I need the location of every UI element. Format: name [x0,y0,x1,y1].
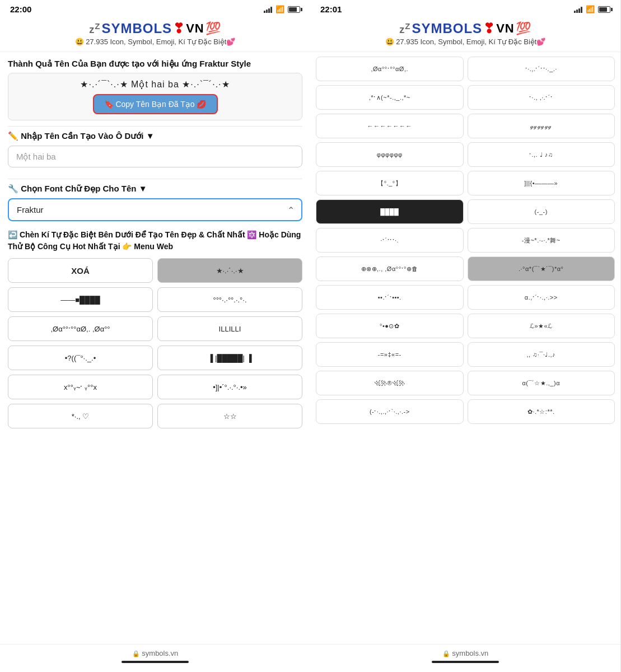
domain-left: symbols.vn [142,649,178,657]
sym-card-23[interactable]: α(¯´☆★.,_)α [468,371,615,395]
sym-card-14[interactable]: ⊕⊗⊕,., ,Øα°°ˑ°⊕🗑 [316,256,464,281]
time-right: 22:01 [320,4,342,14]
sym-card-10[interactable]: ████ [316,199,464,224]
result-section-title: Thành Quả Tên Của Bạn được tạo với hiệu … [8,58,302,69]
vn-text: VN [186,21,204,36]
header-title-right: zZ SYMBOLS ❣ VN 💯 [316,21,615,36]
symbol-btn-5[interactable]: ILLILLI [157,316,302,341]
symbols-grid-left: XOÁ ★·.·´·.·★ ——■████ °°°·.·°°.·.°·. ,Øα… [8,258,302,428]
sym-card-25[interactable]: ✿·.*☆:**. [468,399,615,424]
sym-card-22[interactable]: ꧁꧂®꧁꧂ [316,371,464,395]
hundred-emoji-right: 💯 [516,21,531,36]
time-left: 22:00 [10,4,31,14]
symbol-btn-6[interactable]: •?((¯°·._.• [8,346,153,370]
phones-container: 22:00 📶 zZ SYMBOLS ❣ VN 💯 [0,0,621,672]
zz-icon-right: zZ [399,21,410,36]
divider-1 [8,126,302,127]
sym-card-3[interactable]: ˑ·., ,·.ˑ´ˑ [468,85,615,110]
home-indicator-left[interactable] [122,661,189,663]
symbol-btn-7[interactable]: ▐ |█████| ▐ [157,346,302,370]
domain-right: symbols.vn [452,649,488,657]
font-section-label: 🔧 Chọn Font Chữ Đẹp Cho Tên ▼ [8,184,302,194]
sym-card-9[interactable]: ]||{•———» [468,171,615,195]
symbols-grid-right: ,Øα°°ˑ°°αØ,. ˑ·.,.ˑ´ˑˑ·._.· ,*ˑ∧(~*-.,_.… [316,57,615,424]
lock-icon-right: 🔒 [442,650,450,657]
sym-card-21[interactable]: ,, ♫·¯·♩.,♪ [468,342,615,367]
font-select-wrapper: Fraktur ⌃ [8,198,302,221]
status-icons-left: 📶 [264,5,300,13]
status-bar-left: 22:00 📶 [0,0,310,16]
divider-2 [8,179,302,179]
symbol-btn-4[interactable]: ,Øα°°ˑ°°αØ,. ,Øα°° [8,316,153,341]
sym-card-6[interactable]: φφφφφφ [316,142,464,167]
sym-card-5[interactable]: ℊℊℊℊℊℊ [468,114,615,138]
heart-icon-right: ❣ [483,21,495,36]
symbol-btn-10[interactable]: *·., ♡ [8,404,153,428]
sym-card-2[interactable]: ,*ˑ∧(~*-.,_.,*~ [316,85,464,110]
heart-icon: ❣ [173,21,185,36]
input-label-text: ✏️ Nhập Tên Cần Tạo Vào Ô Dưới ▼ [8,131,155,141]
symbol-btn-8[interactable]: x°°ᵧ~ˑ ᵧ°°x [8,375,153,399]
name-input[interactable] [8,146,302,167]
bottom-bar-left: 🔒 symbols.vn [0,644,310,672]
status-icons-right: 📶 [574,5,610,13]
phone-left: 22:00 📶 zZ SYMBOLS ❣ VN 💯 [0,0,310,672]
hundred-emoji: 💯 [206,21,221,36]
phone-right: 22:01 📶 zZ SYMBOLS ❣ VN 💯 [310,0,620,672]
sym-card-20[interactable]: -=»‡«=- [316,342,464,367]
wifi-icon-left: 📶 [276,5,284,13]
sym-card-7[interactable]: ˑ.,. ♩ ♪♫ [468,142,615,167]
sym-card-18[interactable]: °•●⊙✿ [316,314,464,338]
sym-card-13[interactable]: -漫~*.·-·.*舞~ [468,228,615,253]
input-section-label: ✏️ Nhập Tên Cần Tạo Vào Ô Dưới ▼ [8,131,302,141]
symbol-btn-2[interactable]: ——■████ [8,287,153,312]
lock-icon-left: 🔒 [132,650,140,657]
sym-card-12[interactable]: ·ˑ´ˑˑˑ·. [316,228,464,253]
symbols-text: SYMBOLS [101,21,172,36]
symbols-text-right: SYMBOLS [412,21,482,36]
sym-card-15[interactable]: .·°α*(¯`★´¯)*α° [468,256,615,281]
delete-button[interactable]: XOÁ [8,258,153,283]
header-left: zZ SYMBOLS ❣ VN 💯 😃 27.935 Icon, Symbol,… [0,16,310,52]
battery-icon-right [598,6,610,13]
result-box: ★·.·´¯`·.·★ Một hai ba ★·.·`¯´·.·★ 🔖 Cop… [8,73,302,120]
sym-card-16[interactable]: ••.ˑ´ˑ•••. [316,285,464,310]
header-subtitle-left: 😃 27.935 Icon, Symbol, Emoji, Kí Tự Đặc … [6,38,305,46]
result-text: ★·.·´¯`·.·★ Một hai ba ★·.·`¯´·.·★ [15,79,295,90]
sym-card-8[interactable]: 【°._°】 [316,171,464,195]
symbol-btn-1[interactable]: ★·.·´·.·★ [157,258,302,283]
zz-icon: zZ [89,21,100,36]
sym-card-24[interactable]: (-ˑ·.,.,·ˑ`·.,·.-> [316,399,464,424]
symbol-btn-9[interactable]: •]|•´°.·.°·.•» [157,375,302,399]
sym-card-1[interactable]: ˑ·.,.ˑ´ˑˑ·._.· [468,57,615,81]
signal-icon-right [574,6,582,13]
header-subtitle-right: 😃 27.935 Icon, Symbol, Emoji, Kí Tự Đặc … [316,38,615,46]
font-label-text: 🔧 Chọn Font Chữ Đẹp Cho Tên ▼ [8,184,147,194]
sym-card-11[interactable]: (-_-) [468,199,615,224]
wifi-icon-right: 📶 [586,5,595,13]
sym-card-0[interactable]: ,Øα°°ˑ°°αØ,. [316,57,464,81]
header-title-left: zZ SYMBOLS ❣ VN 💯 [6,21,305,36]
sym-card-4[interactable]: ←←←←←←← [316,114,464,138]
content-right: ,Øα°°ˑ°°αØ,. ˑ·.,.ˑ´ˑˑ·._.· ,*ˑ∧(~*-.,_.… [310,52,620,644]
sym-card-17[interactable]: α.,ˑ´ˑ·.,·.>> [468,285,615,310]
font-select[interactable]: Fraktur [8,198,302,221]
status-bar-right: 22:01 📶 [310,0,620,16]
battery-icon-left [288,6,300,13]
copy-button[interactable]: 🔖 Copy Tên Bạn Đã Tạo 💋 [93,94,218,114]
vn-text-right: VN [496,21,515,36]
home-indicator-right[interactable] [432,661,499,663]
symbol-btn-11[interactable]: ☆☆ [157,404,302,428]
signal-icon-left [264,6,272,13]
content-left: Thành Quả Tên Của Bạn được tạo với hiệu … [0,52,310,644]
symbol-btn-3[interactable]: °°°·.·°°.·.°·. [157,287,302,312]
special-chars-section: ↩️ Chèn Kí Tự Đặc Biệt Bên Dưới Để Tạo T… [8,229,302,253]
sym-card-19[interactable]: ℒ»★«ℒ [468,314,615,338]
bottom-bar-right: 🔒 symbols.vn [310,644,620,672]
header-right: zZ SYMBOLS ❣ VN 💯 😃 27.935 Icon, Symbol,… [310,16,620,52]
